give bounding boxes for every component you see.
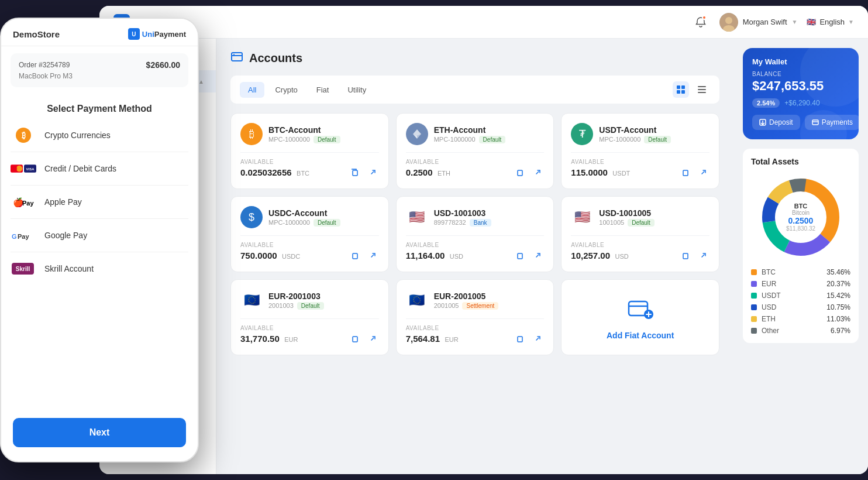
btc-balance: 0.025032656 (240, 167, 292, 177)
phone-payment-crypto[interactable]: ₿ Crypto Currencies (11, 119, 188, 152)
skrill-icon: Skrill (11, 260, 36, 277)
usdc-link-button[interactable] (366, 249, 379, 262)
page-title-row: Accounts (230, 50, 719, 66)
phone-payment-skrill[interactable]: Skrill Skrill Account (11, 252, 188, 285)
language-selector[interactable]: 🇬🇧 English ▼ (807, 18, 854, 26)
phone-order-id: Order #3254789 (19, 61, 70, 69)
usd1-badge: Bank (470, 219, 491, 227)
eur2-currency: EUR (445, 336, 459, 343)
language-label: English (819, 18, 845, 26)
usdt-link-button[interactable] (697, 166, 709, 179)
next-button[interactable]: Next (13, 418, 186, 447)
legend-usdt: USDT 15.42% (751, 292, 850, 300)
svg-text:Pay: Pay (22, 200, 34, 207)
eth-account-id: MPC-1000000 (434, 136, 476, 143)
usd1-link-button[interactable] (531, 249, 544, 262)
add-fiat-icon (626, 294, 655, 325)
legend-usd-name: USD (762, 303, 822, 311)
legend-btc-dot (751, 269, 757, 275)
svg-rect-25 (681, 85, 685, 89)
donut-center: BTC Bitcoin 0.2500 $11,830.32 (786, 203, 815, 232)
eur1-account-name: EUR-2001003 (268, 292, 379, 301)
wallet-card: My Wallet BALANCE $247,653.55 2.54% +$6,… (743, 48, 859, 139)
usdt-copy-button[interactable] (679, 166, 692, 179)
eth-link-button[interactable] (531, 166, 544, 179)
eur2-link-button[interactable] (531, 332, 544, 345)
usd2-copy-button[interactable] (679, 249, 692, 262)
eur2-account-name: EUR-2001005 (434, 292, 545, 301)
tab-fiat[interactable]: Fiat (308, 82, 337, 98)
usd2-account-icon: 🇺🇸 (571, 206, 593, 228)
svg-rect-36 (683, 170, 688, 176)
usd1-copy-button[interactable] (514, 249, 526, 262)
user-info[interactable]: Morgan Swift ▼ (719, 13, 798, 32)
svg-rect-22 (232, 53, 242, 61)
eur1-link-button[interactable] (366, 332, 379, 345)
add-fiat-account-card[interactable]: Add Fiat Account (561, 279, 719, 355)
btc-copy-button[interactable] (349, 166, 361, 179)
phone-payment-apple[interactable]: 🍎 Pay Apple Pay (11, 186, 188, 219)
account-card-usdc: $ USDC-Account MPC-1000000 Default AVAIL… (230, 196, 389, 272)
notification-button[interactable] (691, 13, 710, 32)
eth-currency: ETH (438, 170, 450, 177)
tabs-right (673, 81, 710, 98)
google-label: Google Pay (44, 231, 87, 240)
usd1-account-name: USD-1001003 (434, 208, 545, 218)
deposit-button[interactable]: Deposit (752, 115, 800, 130)
usdc-badge: Default (314, 219, 340, 227)
phone-logo: U UniPayment (128, 28, 186, 40)
eur1-copy-button[interactable] (349, 332, 361, 345)
tab-utility[interactable]: Utility (339, 82, 374, 98)
usdc-account-name: USDC-Account (268, 208, 379, 218)
app-body: Dashboard Wallet ▲ (99, 39, 868, 474)
eur2-copy-button[interactable] (514, 332, 526, 345)
total-assets-title: Total Assets (751, 157, 850, 166)
svg-rect-24 (677, 85, 680, 89)
grid-view-button[interactable] (673, 81, 689, 98)
usd2-balance: 10,257.00 (571, 251, 610, 260)
phone-order-info: Order #3254789 $2660.00 MacBook Pro M3 (11, 53, 188, 87)
btc-account-icon: ₿ (240, 123, 263, 145)
legend-usd: USD 10.75% (751, 303, 850, 311)
account-card-eur2: 🇪🇺 EUR-2001005 2001005 Settlement AVAILA… (396, 279, 554, 355)
phone-payment-card[interactable]: VISA Credit / Debit Cards (11, 152, 188, 186)
crypto-label: Crypto Currencies (44, 131, 111, 140)
btc-account-name: BTC-Account (268, 125, 379, 135)
legend-other-name: Other (762, 327, 826, 335)
usd2-link-button[interactable] (697, 249, 709, 262)
donut-chart: BTC Bitcoin 0.2500 $11,830.32 (751, 173, 850, 261)
eth-copy-button[interactable] (514, 166, 526, 179)
eur1-account-id: 2001003 (268, 302, 294, 309)
account-card-usd2: 🇺🇸 USD-1001005 1001005 Default AVAILABLE (561, 196, 719, 272)
legend-btc-name: BTC (762, 268, 822, 276)
tab-crypto[interactable]: Crypto (267, 82, 305, 98)
btc-link-button[interactable] (366, 166, 379, 179)
eth-account-icon (406, 123, 428, 145)
legend-btc: BTC 35.46% (751, 268, 850, 276)
usd2-currency: USD (615, 253, 629, 260)
list-view-button[interactable] (694, 81, 710, 98)
phone-payment-google[interactable]: G Pay Google Pay (11, 219, 188, 252)
svg-point-23 (233, 54, 235, 55)
lang-chevron-icon: ▼ (848, 19, 854, 25)
tabs-left: All Crypto Fiat Utility (240, 82, 374, 98)
phone-overlay: DemoStore U UniPayment Order #3254789 $2… (0, 18, 199, 462)
eth-balance-label: AVAILABLE (406, 159, 545, 165)
btc-currency: BTC (297, 170, 309, 177)
svg-rect-31 (353, 170, 357, 176)
account-card-usd1: 🇺🇸 USD-1001003 899778232 Bank AVAILABLE (396, 196, 554, 272)
svg-rect-30 (698, 92, 706, 93)
usdc-copy-button[interactable] (349, 249, 361, 262)
account-card-eur1: 🇪🇺 EUR-2001003 2001003 Default AVAILABLE (230, 279, 389, 355)
card-label: Credit / Debit Cards (44, 164, 116, 173)
tab-all[interactable]: All (240, 82, 264, 98)
eur1-account-icon: 🇪🇺 (240, 289, 263, 311)
eur1-badge: Default (297, 302, 324, 310)
eth-balance: 0.2500 (406, 167, 433, 177)
legend-btc-pct: 35.46% (826, 268, 850, 276)
tabs-row: All Crypto Fiat Utility (230, 76, 719, 104)
usd2-account-id: 1001005 (599, 219, 624, 226)
svg-rect-40 (353, 337, 357, 342)
legend-eur-pct: 20.37% (826, 280, 850, 288)
wallet-card-bg-circle (800, 48, 859, 107)
